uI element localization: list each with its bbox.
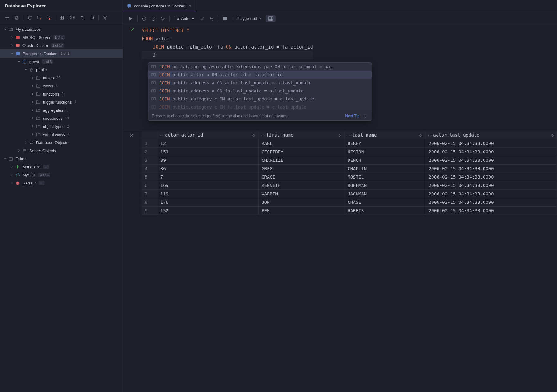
ddl-button[interactable]: DDL	[67, 14, 77, 22]
cell[interactable]: HOFFMAN	[344, 181, 425, 190]
cell[interactable]: JACKMAN	[344, 190, 425, 198]
table-row[interactable]: 8176JONCHASE2006-02-15 04:34:33.0000	[142, 198, 557, 207]
chevron-right-icon[interactable]	[30, 117, 35, 120]
tree-item[interactable]: My databases	[0, 25, 123, 33]
tab-console[interactable]: console [Postgres in Docker]	[123, 0, 196, 12]
results-table[interactable]: ▭actor.actor_id◇▭first_name◇▭last_name◇▭…	[142, 131, 557, 215]
chevron-right-icon[interactable]	[10, 173, 14, 176]
commit-icon[interactable]	[198, 15, 206, 23]
chevron-right-icon[interactable]	[10, 165, 14, 168]
chevron-right-icon[interactable]	[30, 109, 35, 112]
cell[interactable]: CHAPLIN	[344, 165, 425, 173]
sort-icon[interactable]: ◇	[338, 133, 341, 138]
chevron-right-icon[interactable]	[10, 181, 14, 184]
chevron-down-icon[interactable]	[24, 68, 28, 71]
refresh-icon[interactable]	[26, 14, 34, 22]
explain-plan-icon[interactable]: P	[149, 15, 157, 23]
cell[interactable]: 89	[157, 156, 258, 165]
cell[interactable]: 2006-02-15 04:34:33.0000	[425, 165, 557, 173]
database-tree[interactable]: My databasesMS SQL Server1 of 5Oracle Do…	[0, 24, 123, 392]
table-view-icon[interactable]	[58, 14, 66, 22]
tree-item[interactable]: trigger functions1	[0, 98, 123, 106]
sql-editor[interactable]: SELECT DISTINCT *FROM actor JOIN public.…	[123, 25, 557, 65]
cell[interactable]: 2006-02-15 04:34:33.0000	[425, 207, 557, 215]
chevron-right-icon[interactable]	[30, 133, 35, 136]
add-icon[interactable]	[3, 14, 11, 22]
table-row[interactable]: 57GRACEMOSTEL2006-02-15 04:34:33.0000	[142, 173, 557, 181]
datasource-refresh-icon[interactable]	[35, 14, 43, 22]
tree-item[interactable]: views4	[0, 82, 123, 90]
cell[interactable]: GRACE	[258, 173, 344, 181]
chevron-right-icon[interactable]	[30, 100, 35, 104]
completion-item[interactable]: JOIN public.address a ON fa.last_update …	[148, 87, 372, 95]
chevron-right-icon[interactable]	[17, 149, 21, 152]
column-header[interactable]: ▭actor.last_update◇	[425, 131, 557, 139]
tree-item[interactable]: aggregates1	[0, 106, 123, 114]
tx-mode-dropdown[interactable]: Tx: Auto	[172, 15, 197, 22]
tree-item[interactable]: sequences13	[0, 114, 123, 122]
tree-item[interactable]: virtual views7	[0, 130, 123, 138]
sort-icon[interactable]: ◇	[419, 133, 422, 138]
cell[interactable]: 151	[157, 148, 258, 156]
cell[interactable]: 2006-02-15 04:34:33.0000	[425, 190, 557, 198]
cell[interactable]: GEOFFREY	[258, 148, 344, 156]
cell[interactable]: 169	[157, 181, 258, 190]
tree-item[interactable]: object types2	[0, 122, 123, 130]
chevron-right-icon[interactable]	[24, 141, 28, 144]
table-row[interactable]: 112KARLBERRY2006-02-15 04:34:33.0000	[142, 139, 557, 148]
cell[interactable]: WARREN	[258, 190, 344, 198]
sort-icon[interactable]: ◇	[551, 133, 554, 138]
cell[interactable]: 119	[157, 190, 258, 198]
cell[interactable]: GREG	[258, 165, 344, 173]
tree-item[interactable]: functions8	[0, 90, 123, 98]
in-editor-results-icon[interactable]	[266, 15, 276, 22]
filter-icon[interactable]	[101, 14, 109, 22]
cell[interactable]: BEN	[258, 207, 344, 215]
cell[interactable]: HARRIS	[344, 207, 425, 215]
cell[interactable]: 12	[157, 139, 258, 148]
tree-item[interactable]: MongoDB...	[0, 163, 123, 171]
editor-lines[interactable]: SELECT DISTINCT *FROM actor JOIN public.…	[142, 25, 313, 65]
stop-icon[interactable]	[221, 15, 229, 23]
cell[interactable]: MOSTEL	[344, 173, 425, 181]
close-results-icon[interactable]	[130, 133, 133, 137]
duplicate-icon[interactable]	[12, 14, 21, 22]
chevron-right-icon[interactable]	[30, 76, 35, 79]
cell[interactable]: BERRY	[344, 139, 425, 148]
cell[interactable]: 2006-02-15 04:34:33.0000	[425, 156, 557, 165]
rollback-icon[interactable]	[208, 15, 216, 23]
column-header[interactable]: ▭first_name◇	[258, 131, 344, 139]
cell[interactable]: DENCH	[344, 156, 425, 165]
cell[interactable]: 2006-02-15 04:34:33.0000	[425, 198, 557, 207]
run-icon[interactable]	[127, 15, 135, 23]
settings-icon[interactable]	[159, 15, 167, 23]
playground-dropdown[interactable]: Playground	[234, 15, 265, 22]
tree-item[interactable]: public	[0, 66, 123, 74]
cell[interactable]: KENNETH	[258, 181, 344, 190]
completion-item[interactable]: JOIN public.category c ON actor.last_upd…	[148, 95, 372, 103]
column-header[interactable]: ▭actor.actor_id◇	[157, 131, 258, 139]
cell[interactable]: KARL	[258, 139, 344, 148]
chevron-down-icon[interactable]	[17, 60, 21, 63]
chevron-right-icon[interactable]	[30, 125, 35, 128]
tree-item[interactable]: MySQL3 of 5	[0, 171, 123, 179]
column-header[interactable]: ▭last_name◇	[344, 131, 425, 139]
table-row[interactable]: 7119WARRENJACKMAN2006-02-15 04:34:33.000…	[142, 190, 557, 198]
cell[interactable]: 2006-02-15 04:34:33.0000	[425, 173, 557, 181]
cell[interactable]: CHASE	[344, 198, 425, 207]
table-row[interactable]: 486GREGCHAPLIN2006-02-15 04:34:33.0000	[142, 165, 557, 173]
navigate-icon[interactable]	[78, 14, 87, 22]
completion-item[interactable]: JOIN pg_catalog.pg_available_extensions …	[148, 63, 372, 71]
table-row[interactable]: 389CHARLIZEDENCH2006-02-15 04:34:33.0000	[142, 156, 557, 165]
cell[interactable]: 152	[157, 207, 258, 215]
tree-item[interactable]: Database Objects	[0, 138, 123, 147]
cell[interactable]: JON	[258, 198, 344, 207]
completion-item[interactable]: JOIN public.category c ON fa.last_update…	[148, 103, 372, 111]
close-icon[interactable]	[188, 4, 192, 8]
tree-item[interactable]: Server Objects	[0, 147, 123, 155]
completion-item[interactable]: JOIN public.address a ON actor.last_upda…	[148, 79, 372, 87]
history-icon[interactable]	[140, 15, 148, 23]
tree-item[interactable]: guest1 of 3	[0, 58, 123, 66]
chevron-right-icon[interactable]	[10, 36, 14, 39]
chevron-right-icon[interactable]	[30, 92, 35, 96]
